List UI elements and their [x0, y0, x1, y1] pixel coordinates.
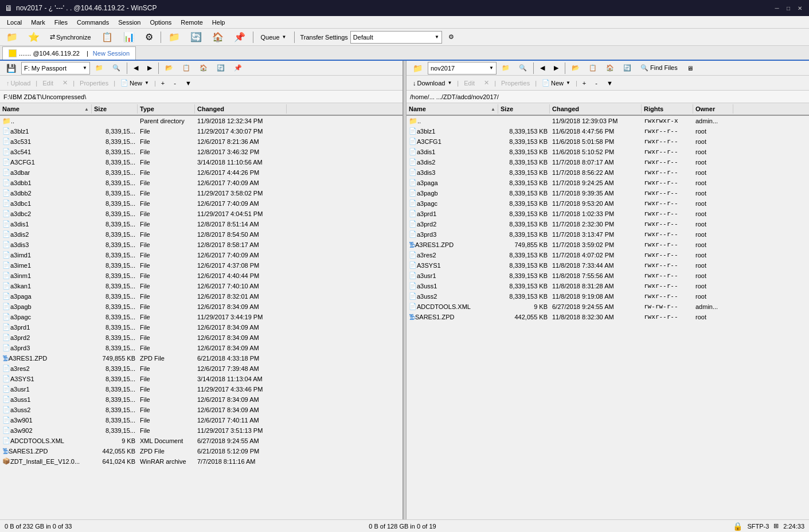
table-row[interactable]: 📄a3imd18,339,15...File12/6/2017 7:40:09 … [0, 250, 402, 260]
right-new-button[interactable]: 📄 New ▼ [538, 78, 574, 88]
table-row[interactable]: 📄a3dbb18,339,15...File12/6/2017 7:40:09 … [0, 178, 402, 188]
table-row[interactable]: 📄a3uss28,339,15...File12/6/2017 8:34:09 … [0, 405, 402, 415]
table-row[interactable]: 📄ADCDTOOLS.XML9 KB6/27/2018 9:24:55 AMrw… [407, 302, 809, 312]
transfer-mode-dropdown[interactable]: Default ▼ [350, 31, 442, 44]
left-back-btn[interactable]: ◀ [130, 62, 142, 73]
tab-session1[interactable]: ....... @104.46.119.22 | New Session [2, 46, 136, 60]
table-row[interactable]: 📁..11/9/2018 12:39:03 PMrwxrwxr-xadmin..… [407, 116, 809, 126]
table-row[interactable]: 📄a3usr18,339,153 KB11/8/2018 7:55:56 AMr… [407, 271, 809, 281]
left-pin-btn[interactable]: 📌 [230, 62, 246, 73]
table-row[interactable]: 📄a3dis38,339,153 KB11/7/2018 8:56:22 AMr… [407, 167, 809, 178]
menu-remote[interactable]: Remote [176, 18, 208, 27]
right-back-btn[interactable]: ◀ [536, 62, 549, 73]
upload-button[interactable]: ↑ Upload [2, 79, 34, 88]
toolbar-icon4[interactable]: 📁 [165, 30, 184, 44]
new-session-label[interactable]: New Session [93, 50, 130, 57]
table-row[interactable]: 📄a3usr18,339,15...File11/29/2017 4:33:46… [0, 384, 402, 394]
right-delete-button[interactable]: ✕ [480, 78, 493, 88]
right-col-owner[interactable]: Owner [693, 104, 733, 114]
table-row[interactable]: 📄A3SYS18,339,15...File3/14/2018 11:13:04… [0, 374, 402, 384]
download-button[interactable]: ↓ Download ▼ [409, 79, 456, 88]
table-row[interactable]: 📄a3kan18,339,15...File12/6/2017 7:40:10 … [0, 281, 402, 291]
toolbar-icon5[interactable]: 🔄 [186, 30, 206, 44]
close-button[interactable]: ✕ [795, 3, 804, 13]
table-row[interactable]: 📄A3CFG18,339,153 KB11/6/2018 5:01:58 PMr… [407, 136, 809, 147]
table-row[interactable]: 📄a3w9028,339,15...File11/29/2017 3:51:13… [0, 425, 402, 436]
left-folder-btn[interactable]: 📂 [161, 62, 177, 73]
menu-local[interactable]: Local [2, 18, 26, 27]
table-row[interactable]: 🗜A3RES1.ZPD749,855 KB11/7/2018 3:59:02 P… [407, 240, 809, 250]
table-row[interactable]: 📄a3paga8,339,15...File12/6/2017 8:32:01 … [0, 291, 402, 302]
left-drive-icon[interactable]: 💾 [2, 62, 20, 75]
right-home-btn[interactable]: 🏠 [602, 62, 618, 73]
left-forward-btn[interactable]: ▶ [143, 62, 156, 73]
menu-options[interactable]: Options [145, 18, 176, 27]
toolbar-localdir-btn[interactable]: 📁 [2, 30, 22, 44]
toolbar-icon2[interactable]: 📊 [119, 30, 139, 44]
table-row[interactable]: 📄a3pagc8,339,15...File11/29/2017 3:44:19… [0, 312, 402, 322]
right-edit-button[interactable]: Edit [460, 79, 479, 88]
toolbar-settings-icon[interactable]: ⚙ [444, 32, 458, 42]
table-row[interactable]: 📄a3dis18,339,153 KB11/6/2018 5:10:52 PMr… [407, 147, 809, 157]
table-row[interactable]: 📄a3prd18,339,153 KB11/7/2018 1:02:33 PMr… [407, 209, 809, 219]
table-row[interactable]: 📄a3dbar8,339,15...File12/6/2017 4:44:26 … [0, 167, 402, 178]
synchronize-button[interactable]: ⇄ Synchronize [46, 32, 95, 42]
table-row[interactable]: 📄a3prd38,339,153 KB11/7/2018 3:13:47 PMr… [407, 229, 809, 240]
right-copy-btn[interactable]: 📋 [585, 62, 601, 73]
table-row[interactable]: 📄a3dis28,339,15...File12/8/2017 8:54:50 … [0, 229, 402, 240]
table-row[interactable]: 📄a3ime18,339,15...File12/6/2017 4:37:08 … [0, 260, 402, 271]
right-collapse-btn[interactable]: - [591, 79, 601, 88]
table-row[interactable]: 🗜SARES1.ZPD442,055 KB11/8/2018 8:32:30 A… [407, 312, 809, 322]
right-col-rights[interactable]: Rights [642, 104, 693, 114]
menu-files[interactable]: Files [50, 18, 72, 27]
left-expand-btn[interactable]: + [157, 79, 169, 88]
toolbar-icon3[interactable]: ⚙ [141, 30, 157, 44]
left-col-size[interactable]: Size [92, 104, 138, 114]
right-col-changed[interactable]: Changed [550, 104, 642, 114]
left-properties-button[interactable]: Properties [76, 79, 112, 88]
table-row[interactable]: 📄a3prd38,339,15...File12/6/2017 8:34:09 … [0, 343, 402, 353]
toolbar-icon6[interactable]: 🏠 [208, 30, 228, 44]
left-col-changed[interactable]: Changed [195, 104, 287, 114]
table-row[interactable]: 📄a3dis38,339,15...File12/8/2017 8:58:17 … [0, 240, 402, 250]
left-filter-btn[interactable]: 🔍 [108, 62, 124, 73]
left-col-name[interactable]: Name ▲ [0, 104, 92, 114]
table-row[interactable]: 📄a3uss18,339,153 KB11/8/2018 8:31:28 AMr… [407, 281, 809, 291]
table-row[interactable]: 📄A3CFG18,339,15...File3/14/2018 11:10:56… [0, 157, 402, 167]
table-row[interactable]: 📄a3pagb8,339,153 KB11/7/2018 9:39:35 AMr… [407, 188, 809, 198]
left-more-btn[interactable]: ▼ [181, 79, 196, 88]
queue-button[interactable]: Queue ▼ [257, 32, 291, 42]
table-row[interactable]: 📄a3pagc8,339,153 KB11/7/2018 9:53:20 AMr… [407, 198, 809, 209]
table-row[interactable]: 📄a3pagb8,339,15...File12/6/2017 8:34:09 … [0, 302, 402, 312]
table-row[interactable]: 📄a3blz18,339,15...File11/29/2017 4:30:07… [0, 126, 402, 136]
table-row[interactable]: 🗜SARES1.ZPD442,055 KBZPD File6/21/2018 5… [0, 446, 402, 456]
left-edit-button[interactable]: Edit [38, 79, 57, 88]
table-row[interactable]: 📄a3w9018,339,15...File12/6/2017 7:40:11 … [0, 415, 402, 425]
maximize-button[interactable]: □ [784, 3, 793, 13]
right-folder-btn[interactable]: 📂 [568, 62, 584, 73]
table-row[interactable]: 📄ADCDTOOLS.XML9 KBXML Document6/27/2018 … [0, 436, 402, 446]
table-row[interactable]: 📄a3dis28,339,153 KB11/7/2018 8:07:17 AMr… [407, 157, 809, 167]
table-row[interactable]: 📄a3res28,339,15...File12/6/2017 7:39:48 … [0, 363, 402, 374]
table-row[interactable]: 📄a3uss28,339,153 KB11/8/2018 9:19:08 AMr… [407, 291, 809, 302]
left-browse-btn[interactable]: 📁 [91, 62, 107, 73]
right-properties-button[interactable]: Properties [497, 79, 534, 88]
table-row[interactable]: 📄a3dbc18,339,15...File12/6/2017 7:40:09 … [0, 198, 402, 209]
table-row[interactable]: 📄a3prd28,339,15...File12/6/2017 8:34:09 … [0, 332, 402, 343]
menu-mark[interactable]: Mark [26, 18, 49, 27]
right-drive-dropdown[interactable]: nov2017 ▼ [428, 62, 497, 75]
right-more-btn[interactable]: ▼ [603, 79, 617, 88]
left-delete-button[interactable]: ✕ [58, 78, 72, 88]
toolbar-bookmark-btn[interactable]: ⭐ [24, 30, 44, 44]
right-filter-btn[interactable]: 🔍 [515, 62, 531, 73]
table-row[interactable]: 📄a3prd18,339,15...File12/6/2017 8:34:09 … [0, 322, 402, 332]
left-drive-dropdown[interactable]: F: My Passport ▼ [21, 62, 90, 75]
table-row[interactable]: 📦ZDT_Install_EE_V12.0...641,024 KBWinRAR… [0, 456, 402, 467]
right-terminal-btn[interactable]: 🖥 [683, 63, 697, 73]
menu-commands[interactable]: Commands [72, 18, 114, 27]
toolbar-icon7[interactable]: 📌 [230, 30, 249, 44]
left-home-btn[interactable]: 🏠 [196, 62, 212, 73]
table-row[interactable]: 📄a3dis18,339,15...File12/8/2017 8:51:14 … [0, 219, 402, 229]
table-row[interactable]: 📄a3dbc28,339,15...File11/29/2017 4:04:51… [0, 209, 402, 219]
right-refresh-btn[interactable]: 🔄 [619, 62, 635, 73]
